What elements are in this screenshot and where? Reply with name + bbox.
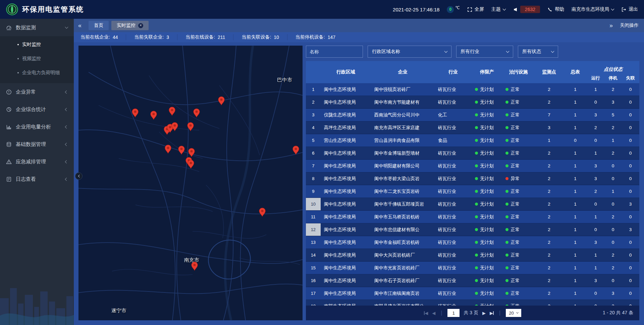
sidebar-subitem[interactable]: 企业电力负荷明细 [0, 66, 74, 80]
fullscreen-label: 全屏 [475, 6, 484, 12]
status-dot-icon [505, 139, 508, 142]
sidebar-item-power-analysis[interactable]: 企业用电量分析 [0, 118, 74, 136]
announcement-button[interactable]: 2632 [513, 6, 540, 13]
map-pin-icon[interactable] [171, 122, 178, 131]
sidebar-item-logs[interactable]: 日志查看 [0, 170, 74, 188]
cell-stopped-count: 0 [604, 274, 622, 287]
cell-limit-status: 无计划 [472, 185, 502, 198]
cell-limit-status: 无计划 [472, 198, 502, 210]
page-size-select[interactable]: 20 [506, 309, 521, 317]
map-pin-icon[interactable] [132, 108, 139, 118]
col-region: 行政区域 [321, 61, 371, 83]
map-pin-icon[interactable] [187, 160, 194, 169]
tab-close-icon[interactable]: × [138, 23, 143, 28]
help-button[interactable]: 帮助 [547, 6, 564, 12]
name-filter-input[interactable] [306, 46, 363, 58]
table-row[interactable]: 13 阆中生态环境局 阆中市金福旺页岩机砖 砖瓦行业 无计划 [306, 236, 639, 249]
sidebar-item-enterprise-stats[interactable]: 企业综合统计 [0, 101, 74, 118]
cell-lost-count: 0 [622, 300, 639, 306]
page-number-input[interactable] [447, 309, 460, 317]
tab-realtime-monitor[interactable]: 实时监控 × [111, 21, 149, 30]
table-row[interactable]: 7 阆中生态环境局 阆中明阳建材有限公司 砖瓦行业 无计划 [306, 160, 639, 172]
cell-running-count: 0 [587, 198, 604, 210]
stat-label: 当前在线企业: [80, 34, 110, 40]
table-body: 1 阆中生态环境局 阆中强锐页岩砖厂 砖瓦行业 无计划 [306, 83, 639, 306]
cell-meter-count: 1 [564, 147, 587, 159]
pager-prev-button[interactable]: ◀ [432, 311, 435, 316]
status-filter-select[interactable]: 所有状态 [518, 46, 558, 58]
table-row[interactable]: 2 阆中生态环境局 阆中市南方节能建材有 砖瓦行业 无计划 [306, 96, 639, 109]
cell-company: 阆中市南方节能建材有 [371, 96, 435, 108]
industry-filter-select[interactable]: 所有行业 [456, 46, 513, 58]
table-row[interactable]: 11 阆中生态环境局 阆中市五马桥页岩机砖 砖瓦行业 无计划 [306, 211, 639, 223]
table-row[interactable]: 5 营山生态环境局 营山县润丰肉食品有限 食品 无计划 [306, 134, 639, 147]
fullscreen-icon [467, 7, 472, 12]
map-pin-icon[interactable] [191, 262, 198, 271]
map-pin-icon[interactable] [193, 108, 200, 118]
region-filter-select[interactable]: 行政区域名称 [368, 46, 451, 58]
sidebar-subitem[interactable]: 视频监控 [0, 52, 74, 66]
table-row[interactable]: 10 阆中生态环境局 阆中市千佛镇五郎垭页岩 砖瓦行业 无计划 [306, 198, 639, 211]
map-pin-icon[interactable] [218, 96, 225, 106]
map-panel[interactable]: 巴中市 南充市 遂宁市 [78, 46, 303, 320]
map-pin-icon[interactable] [259, 208, 266, 217]
cell-lost-count: 0 [622, 249, 639, 261]
status-dot-icon [505, 190, 508, 193]
pager-divider: | [499, 310, 500, 316]
tab-home[interactable]: 首页 [89, 21, 109, 30]
table-row[interactable]: 3 仪陇生态环境局 西南油气田分公司川中 化工 无计划 [306, 109, 639, 121]
table-row[interactable]: 15 阆中生态环境局 阆中市光富页岩机砖厂 砖瓦行业 无计划 [306, 262, 639, 274]
logout-button[interactable]: 退出 [621, 6, 638, 12]
row-index: 6 [306, 147, 321, 159]
table-row[interactable]: 9 阆中生态环境局 阆中市二龙长宝页岩砖 砖瓦行业 无计划 [306, 185, 639, 198]
sidebar-item-label: 企业用电量分析 [16, 124, 51, 130]
table-row[interactable]: 8 阆中生态环境局 阆中市枣碧大梁山页岩 砖瓦行业 无计划 [306, 172, 639, 185]
tab-scroll-right-button[interactable]: » [605, 19, 617, 32]
cell-industry: 砖瓦行业 [435, 211, 472, 223]
col-industry: 行业 [435, 61, 472, 83]
theme-dropdown[interactable]: 主题 [491, 6, 505, 12]
sidebar-item-data-monitor[interactable]: 数据监测 [0, 19, 74, 36]
header-controls: 2021-02-25 17:46:18 0 ℃ 全屏 主题 2632 帮助 [393, 6, 638, 13]
sidebar-subitem[interactable]: 实时监控 [0, 38, 74, 52]
map-pin-icon[interactable] [150, 111, 157, 120]
row-index: 7 [306, 160, 321, 172]
cell-company: 阆中市石子页岩机砖厂 [371, 274, 435, 287]
close-operations-button[interactable]: 关闭操作 [620, 22, 639, 29]
table-row[interactable]: 16 阆中生态环境局 阆中市石子页岩机砖厂 砖瓦行业 无计划 [306, 274, 639, 287]
table-row[interactable]: 14 阆中生态环境局 阆中大兴页岩机砖厂 砖瓦行业 无计划 [306, 249, 639, 262]
city-skyline-decoration [0, 275, 74, 325]
map-collapse-button[interactable] [75, 172, 83, 180]
sidebar-item-emergency[interactable]: 应急减排管理 [0, 153, 74, 170]
table-row[interactable]: 4 高坪生态环境局 南充市高坪区王家店建 砖瓦行业 无计划 [306, 121, 639, 134]
tab-scroll-left-button[interactable]: « [74, 19, 86, 32]
cell-running-count: 1 [587, 211, 604, 223]
cell-meter-count: 1 [564, 249, 587, 261]
table-row[interactable]: 6 阆中生态环境局 阆中市金博瑞新型墙材 砖瓦行业 无计划 [306, 147, 639, 160]
fullscreen-button[interactable]: 全屏 [467, 6, 484, 12]
cell-stopped-count: 2 [604, 262, 622, 274]
cell-industry: 砖瓦行业 [435, 236, 472, 249]
sidebar-item-enterprise-abnormal[interactable]: 企业异常 [0, 83, 74, 101]
table-row[interactable]: 17 阆中生态环境局 阆中市江南镇阆南页岩 砖瓦行业 无计划 [306, 287, 639, 300]
sidebar: 数据监测 实时监控 视频监控 [0, 19, 74, 325]
status-dot-icon [505, 177, 508, 180]
cell-facility-status: 异常 [502, 172, 534, 185]
pager-last-button[interactable]: ▶ [490, 311, 494, 316]
table-row[interactable]: 18 南部生态环境局 南部县建兴页岩砖有限公 砖瓦行业 无计划 [306, 300, 639, 306]
pager-next-button[interactable]: ▶ [482, 311, 486, 316]
map-pin-icon[interactable] [169, 107, 176, 116]
cell-facility-status: 正常 [502, 287, 534, 300]
table-row[interactable]: 1 阆中生态环境局 阆中强锐页岩砖厂 砖瓦行业 无计划 [306, 83, 639, 96]
map-pin-icon[interactable] [178, 146, 185, 155]
pager-first-button[interactable]: ◀ [424, 311, 428, 316]
table-row[interactable]: 12 阆中生态环境局 阆中市忠信建材有限公 砖瓦行业 无计划 [306, 223, 639, 236]
map-pin-icon[interactable] [292, 146, 299, 155]
sidebar-item-base-data[interactable]: 基础数据管理 [0, 136, 74, 153]
facility-status-text: 正常 [511, 125, 520, 131]
org-dropdown[interactable]: 南充市生态环境局 [572, 6, 614, 12]
map-pin-icon[interactable] [188, 148, 195, 157]
cell-industry: 砖瓦行业 [435, 274, 472, 287]
map-pin-icon[interactable] [164, 145, 171, 154]
map-pin-icon[interactable] [187, 122, 194, 131]
